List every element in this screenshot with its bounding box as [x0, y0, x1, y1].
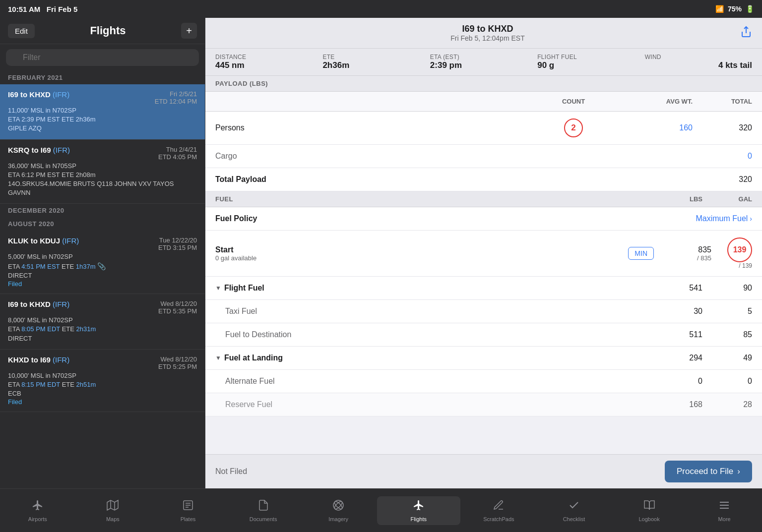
fuel-row-label-flight-fuel: Flight Fuel	[224, 284, 653, 293]
status-bar: 10:51 AM Fri Feb 5 📶 75% 🔋	[0, 0, 762, 18]
flight-item-2[interactable]: KSRQ to I69 (IFR) Thu 2/4/21 ETD 4:05 PM…	[0, 140, 205, 204]
tab-checklist[interactable]: Checklist	[536, 495, 612, 526]
col-header-count: COUNT	[534, 98, 613, 105]
payload-count-persons[interactable]: 2	[534, 118, 613, 137]
tab-checklist-label: Checklist	[563, 516, 585, 522]
payload-row-cargo[interactable]: Cargo 0	[205, 145, 762, 168]
proceed-label: Proceed to File	[677, 467, 733, 476]
sidebar-title: Flights	[90, 24, 126, 37]
persons-count-circle[interactable]: 2	[564, 118, 583, 137]
tab-scratchpads[interactable]: ScratchPads	[461, 495, 537, 526]
payload-total-persons: 320	[693, 123, 752, 132]
flight-detail-4: 8,000' MSL in N702SP	[8, 316, 197, 325]
tab-bar: Airports Maps Plates	[0, 488, 762, 532]
stats-row: Distance 445 nm ETE 2h36m ETA (EST) 2:39…	[205, 49, 762, 76]
stat-wind: Wind 4 kts tail	[645, 54, 752, 70]
col-header-total: TOTAL	[693, 98, 752, 105]
flight-title-5: KHXD to I69 (IFR)	[8, 355, 69, 364]
tab-airports-label: Airports	[28, 516, 47, 522]
flight-detail-3: 5,000' MSL in N702SP	[8, 252, 197, 261]
fuel-row-reserve: Reserve Fuel 168 28	[205, 393, 762, 416]
battery-level: 75%	[728, 5, 742, 13]
fuel-policy-row[interactable]: Fuel Policy Maximum Fuel ›	[205, 207, 762, 231]
payload-row-total: Total Payload 320	[205, 168, 762, 191]
fuel-col-gal-header: GAL	[702, 195, 752, 203]
stat-distance-label: Distance	[215, 54, 322, 60]
tab-plates[interactable]: Plates	[150, 495, 226, 526]
collapse-icon-flight-fuel[interactable]: ▼	[215, 285, 221, 292]
flight-title-1: I69 to KHXD (IFR)	[8, 90, 69, 99]
fuel-row-label-taxi-fuel: Taxi Fuel	[215, 307, 653, 316]
flight-item-5[interactable]: KHXD to I69 (IFR) Wed 8/12/20 ETD 5:25 P…	[0, 350, 205, 413]
tab-more-label: More	[718, 516, 731, 522]
fuel-row-lbs-taxi-fuel: 30	[653, 307, 702, 316]
fuel-start-gal-block: 139 / 139	[719, 237, 752, 269]
fuel-row-label-landing: Fuel at Landing	[224, 354, 653, 362]
collapse-icon-landing[interactable]: ▼	[215, 355, 221, 361]
tab-documents[interactable]: Documents	[226, 495, 301, 526]
sidebar-header: Edit Flights +	[0, 18, 205, 44]
search-bar: 🔍	[0, 44, 205, 71]
flight-date-4: Wed 8/12/20 ETD 5:35 PM	[158, 300, 197, 315]
flight-title-4: I69 to KHXD (IFR)	[8, 300, 69, 308]
fuel-policy-value[interactable]: Maximum Fuel ›	[696, 214, 752, 223]
checklist-icon	[568, 499, 580, 514]
fuel-row-lbs-alternate: 0	[653, 377, 702, 386]
fuel-row-flight-fuel[interactable]: ▼ Flight Fuel 541 90	[205, 277, 762, 300]
tab-imagery[interactable]: Imagery	[301, 495, 376, 526]
min-button[interactable]: MIN	[628, 247, 654, 260]
fuel-start-title: Start	[215, 245, 628, 254]
stat-ete-value: 2h36m	[322, 60, 430, 70]
fuel-row-gal-taxi-fuel: 5	[702, 307, 752, 316]
tab-maps[interactable]: Maps	[75, 495, 151, 526]
content-area[interactable]: PAYLOAD (LBS) COUNT AVG WT. TOTAL Person…	[205, 76, 762, 454]
fuel-row-lbs-destination: 511	[653, 330, 702, 339]
stat-ete: ETE 2h36m	[322, 54, 430, 70]
flight-item-3[interactable]: KLUK to KDUJ (IFR) Tue 12/22/20 ETD 3:15…	[0, 231, 205, 294]
fuel-row-label-alternate: Alternate Fuel	[215, 377, 653, 386]
proceed-to-file-button[interactable]: Proceed to File ›	[665, 461, 752, 482]
fuel-col-lbs-header: LBS	[653, 195, 702, 203]
flight-status-filed-3: Filed	[8, 280, 197, 288]
fuel-policy-text: Maximum Fuel	[696, 214, 748, 223]
stat-fuel-label: Flight Fuel	[537, 54, 644, 60]
more-icon	[718, 499, 730, 514]
logbook-icon	[643, 499, 655, 514]
tab-more[interactable]: More	[687, 495, 762, 526]
payload-section-title: PAYLOAD (LBS)	[205, 76, 762, 92]
tab-airports[interactable]: Airports	[0, 495, 75, 526]
fuel-row-lbs-reserve: 168	[653, 400, 702, 409]
fuel-row-label-destination: Fuel to Destination	[215, 330, 653, 339]
fuel-row-lbs-landing: 294	[653, 354, 702, 362]
fuel-start-gal-sub: / 139	[739, 262, 752, 269]
flight-item-1[interactable]: I69 to KHXD (IFR) Fri 2/5/21 ETD 12:04 P…	[0, 84, 205, 140]
fuel-start-lbs-sub: / 835	[662, 254, 711, 262]
fuel-start-row[interactable]: Start 0 gal available MIN 835 / 835 139 …	[205, 231, 762, 277]
fuel-row-gal-destination: 85	[702, 330, 752, 339]
fuel-start-lbs: 835 / 835	[662, 245, 711, 262]
search-input[interactable]	[6, 49, 199, 66]
tab-flights[interactable]: Flights	[377, 496, 460, 525]
share-button[interactable]	[740, 26, 752, 40]
tab-documents-label: Documents	[250, 516, 277, 522]
flight-route-3: DIRECT	[8, 271, 197, 280]
stat-eta-value: 2:39 pm	[430, 60, 537, 70]
tab-logbook-label: Logbook	[638, 516, 659, 522]
payload-row-persons[interactable]: Persons 2 160 320	[205, 112, 762, 145]
fuel-row-landing[interactable]: ▼ Fuel at Landing 294 49	[205, 347, 762, 370]
sidebar-scroll[interactable]: FEBRUARY 2021 I69 to KHXD (IFR) Fri 2/5/…	[0, 71, 205, 488]
edit-button[interactable]: Edit	[8, 24, 35, 38]
fuel-start-gal-circle[interactable]: 139	[727, 237, 752, 262]
search-wrap: 🔍	[6, 49, 199, 66]
tab-logbook[interactable]: Logbook	[612, 495, 687, 526]
payload-column-headers: COUNT AVG WT. TOTAL	[205, 92, 762, 112]
fuel-row-lbs-flight-fuel: 541	[653, 284, 702, 293]
stat-eta: ETA (EST) 2:39 pm	[430, 54, 537, 70]
flight-item-4[interactable]: I69 to KHXD (IFR) Wed 8/12/20 ETD 5:35 P…	[0, 294, 205, 350]
right-title-block: I69 to KHXD Fri Feb 5, 12:04pm EST	[235, 24, 740, 42]
flight-detail-2: 36,000' MSL in N705SP	[8, 162, 197, 171]
flight-route-2: 14O.SRKUS4.MOMIE BRUTS Q118 JOHNN VXV TA…	[8, 179, 197, 197]
add-flight-button[interactable]: +	[181, 23, 197, 39]
main-layout: Edit Flights + 🔍 FEBRUARY 2021 I69 to KH…	[0, 18, 762, 488]
flight-date-3: Tue 12/22/20 ETD 3:15 PM	[158, 236, 197, 251]
